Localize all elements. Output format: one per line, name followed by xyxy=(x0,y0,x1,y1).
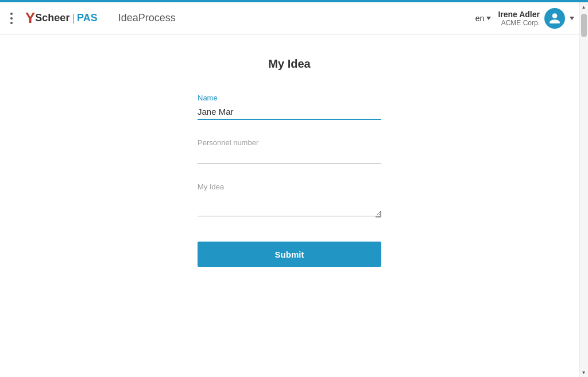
form: Name Personnel number My Idea Submit xyxy=(198,94,381,267)
app-title: IdeaProcess xyxy=(118,12,176,24)
scrollbar[interactable]: ▲ ▼ xyxy=(579,2,588,377)
user-name: Irene Adler xyxy=(498,10,540,19)
name-input[interactable] xyxy=(198,104,381,120)
personnel-input[interactable] xyxy=(198,149,381,164)
chevron-down-icon xyxy=(570,17,574,20)
myidea-textarea-wrapper xyxy=(198,193,381,219)
page-title: My Idea xyxy=(268,57,310,71)
logo-separator: | xyxy=(72,12,75,24)
logo-y: Y xyxy=(25,9,35,27)
personnel-field: Personnel number xyxy=(198,138,381,164)
language-value: en xyxy=(475,14,485,23)
avatar xyxy=(544,8,565,29)
main-content: My Idea Name Personnel number My Idea Su… xyxy=(0,34,579,377)
scroll-down-arrow[interactable]: ▼ xyxy=(579,368,589,377)
scrollbar-thumb[interactable] xyxy=(581,14,587,37)
submit-button[interactable]: Submit xyxy=(198,242,381,267)
language-selector[interactable]: en xyxy=(475,14,492,23)
header-right: en Irene Adler ACME Corp. xyxy=(475,8,574,29)
myidea-textarea[interactable] xyxy=(198,193,381,216)
user-text: Irene Adler ACME Corp. xyxy=(498,10,540,27)
myidea-label: My Idea xyxy=(198,182,381,191)
chevron-down-icon xyxy=(486,17,491,20)
menu-icon[interactable] xyxy=(5,11,18,25)
header: Y Scheer | PAS IdeaProcess en Irene Adle… xyxy=(0,2,579,34)
user-info[interactable]: Irene Adler ACME Corp. xyxy=(498,8,574,29)
logo-pas: PAS xyxy=(77,12,98,24)
logo-scheer: Scheer xyxy=(35,12,69,24)
personnel-label: Personnel number xyxy=(198,138,381,147)
logo: Y Scheer | PAS xyxy=(25,9,98,27)
user-company: ACME Corp. xyxy=(498,19,540,27)
name-label: Name xyxy=(198,94,381,102)
name-field: Name xyxy=(198,94,381,120)
scroll-up-arrow[interactable]: ▲ xyxy=(579,2,589,11)
myidea-field: My Idea xyxy=(198,182,381,219)
